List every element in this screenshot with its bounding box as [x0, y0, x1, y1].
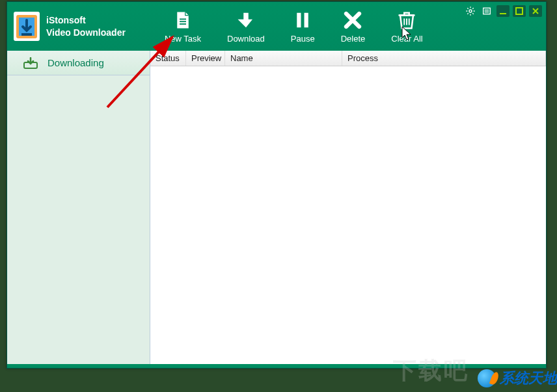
minimize-button[interactable]: [496, 5, 509, 17]
app-title-line1: iStonsoft: [46, 14, 126, 26]
app-logo-icon: [14, 12, 40, 41]
clear-all-button[interactable]: Clear All: [388, 6, 426, 47]
column-name[interactable]: Name: [225, 51, 342, 66]
app-title: iStonsoft Video Downloader: [46, 14, 126, 38]
column-headers: Status Preview Name Process: [150, 51, 546, 66]
sidebar-item-label: Downloading: [48, 57, 104, 68]
body: Downloading Status Preview Name Process: [7, 51, 546, 368]
download-list: [150, 66, 546, 368]
column-process[interactable]: Process: [342, 51, 546, 66]
sidebar-item-downloading[interactable]: Downloading: [7, 51, 150, 75]
settings-button[interactable]: [464, 5, 477, 17]
new-task-button[interactable]: New Task: [161, 6, 204, 47]
window-controls: [464, 5, 542, 17]
pause-button[interactable]: Pause: [288, 6, 318, 47]
svg-point-8: [469, 10, 472, 12]
close-icon: [530, 6, 541, 16]
svg-rect-10: [500, 13, 506, 14]
pause-label: Pause: [291, 34, 315, 44]
delete-label: Delete: [341, 34, 366, 44]
download-arrow-icon: [236, 9, 256, 31]
delete-button[interactable]: Delete: [338, 6, 369, 47]
download-button[interactable]: Download: [224, 6, 268, 47]
content-area: Status Preview Name Process: [150, 51, 546, 368]
close-button[interactable]: [529, 5, 542, 17]
list-button[interactable]: [480, 5, 493, 17]
svg-rect-2: [21, 33, 32, 36]
delete-x-icon: [343, 9, 362, 31]
column-status[interactable]: Status: [150, 51, 186, 66]
clear-all-label: Clear All: [391, 34, 422, 44]
new-task-label: New Task: [165, 34, 201, 44]
header: iStonsoft Video Downloader New Task Down…: [7, 2, 546, 51]
trash-icon: [397, 9, 416, 31]
svg-rect-5: [180, 23, 186, 25]
maximize-icon: [514, 6, 524, 16]
svg-rect-6: [297, 13, 301, 28]
gear-icon: [465, 6, 476, 16]
minimize-icon: [498, 6, 508, 16]
toolbar: New Task Download Pause Delete: [161, 2, 426, 51]
watermark-globe-icon: [478, 369, 496, 387]
tray-download-icon: [23, 57, 38, 69]
download-label: Download: [227, 34, 265, 44]
sidebar: Downloading: [7, 51, 150, 368]
column-preview[interactable]: Preview: [186, 51, 225, 66]
svg-rect-4: [180, 21, 186, 22]
maximize-button[interactable]: [513, 5, 526, 17]
sidebar-empty-area: [7, 75, 150, 368]
app-title-line2: Video Downloader: [46, 27, 126, 38]
background-watermark: 下载吧: [393, 355, 469, 387]
svg-rect-11: [516, 8, 523, 14]
watermark: 系统天地: [478, 369, 557, 388]
logo-block: iStonsoft Video Downloader: [7, 2, 126, 51]
app-window: iStonsoft Video Downloader New Task Down…: [7, 1, 547, 369]
svg-rect-7: [305, 13, 308, 28]
pause-icon: [293, 9, 312, 31]
list-icon: [482, 6, 492, 16]
watermark-text: 系统天地: [500, 369, 557, 388]
document-icon: [173, 9, 193, 31]
svg-rect-3: [180, 19, 186, 20]
